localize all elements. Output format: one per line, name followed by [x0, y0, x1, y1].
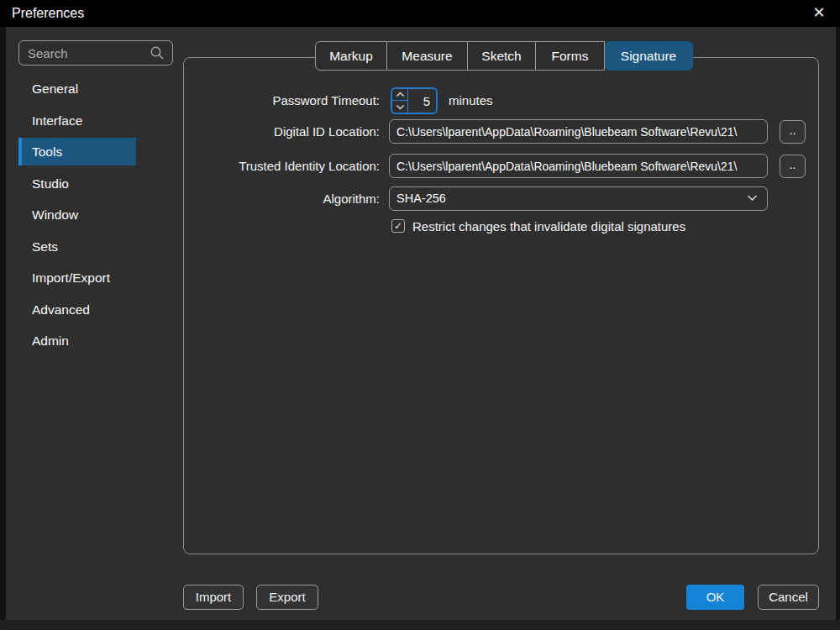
window-titlebar: Preferences ✕	[0, 0, 840, 27]
password-timeout-label: Password Timeout:	[193, 92, 380, 109]
sidebar-item-sets[interactable]: Sets	[18, 233, 136, 260]
tab-sketch[interactable]: Sketch	[468, 41, 536, 71]
algorithm-selected-value: SHA-256	[396, 192, 446, 205]
export-button[interactable]: Export	[256, 585, 318, 610]
tab-signature[interactable]: Signature	[605, 41, 693, 71]
password-timeout-value[interactable]	[408, 89, 436, 113]
algorithm-select[interactable]: SHA-256	[389, 186, 768, 211]
restrict-checkbox-label: Restrict changes that invalidate digital…	[412, 219, 685, 234]
stepper-up-button[interactable]	[392, 89, 407, 101]
restrict-checkbox-row: ✓ Restrict changes that invalidate digit…	[391, 219, 685, 233]
tab-forms[interactable]: Forms	[536, 41, 605, 71]
minutes-label: minutes	[449, 92, 493, 109]
search-icon	[150, 45, 165, 60]
trusted-identity-input[interactable]	[389, 154, 768, 178]
tabstrip: Markup Measure Sketch Forms Signature	[315, 41, 693, 71]
digital-id-input[interactable]	[389, 119, 768, 144]
cancel-button[interactable]: Cancel	[758, 585, 819, 610]
stepper-down-button[interactable]	[392, 101, 407, 113]
ok-button[interactable]: OK	[686, 585, 744, 610]
sidebar-item-advanced[interactable]: Advanced	[18, 296, 136, 323]
tab-markup[interactable]: Markup	[315, 41, 387, 71]
chevron-up-icon	[396, 92, 405, 97]
close-icon[interactable]: ✕	[805, 0, 833, 27]
search-box	[18, 40, 173, 66]
digital-id-browse-button[interactable]: ..	[780, 120, 806, 144]
window-title: Preferences	[12, 0, 84, 27]
sidebar-item-interface[interactable]: Interface	[18, 107, 136, 134]
sidebar-item-import-export[interactable]: Import/Export	[18, 264, 136, 291]
stepper-buttons	[392, 89, 408, 113]
chevron-down-icon	[747, 194, 758, 202]
sidebar-item-tools[interactable]: Tools	[18, 138, 136, 165]
sidebar-item-admin[interactable]: Admin	[18, 327, 136, 354]
import-button[interactable]: Import	[183, 585, 244, 610]
search-input[interactable]	[26, 42, 147, 64]
chevron-down-icon	[396, 104, 405, 110]
sidebar-item-window[interactable]: Window	[18, 201, 136, 228]
password-timeout-stepper[interactable]	[391, 87, 438, 114]
sidebar-item-studio[interactable]: Studio	[18, 170, 136, 197]
background-strip	[0, 620, 840, 630]
trusted-identity-browse-button[interactable]: ..	[780, 155, 806, 178]
restrict-checkbox[interactable]: ✓	[391, 219, 405, 233]
trusted-identity-label: Trusted Identity Location:	[193, 158, 380, 175]
algorithm-label: Algorithm:	[193, 191, 380, 207]
tab-measure[interactable]: Measure	[387, 41, 468, 71]
digital-id-label: Digital ID Location:	[193, 123, 380, 140]
sidebar-item-general[interactable]: General	[18, 75, 136, 102]
